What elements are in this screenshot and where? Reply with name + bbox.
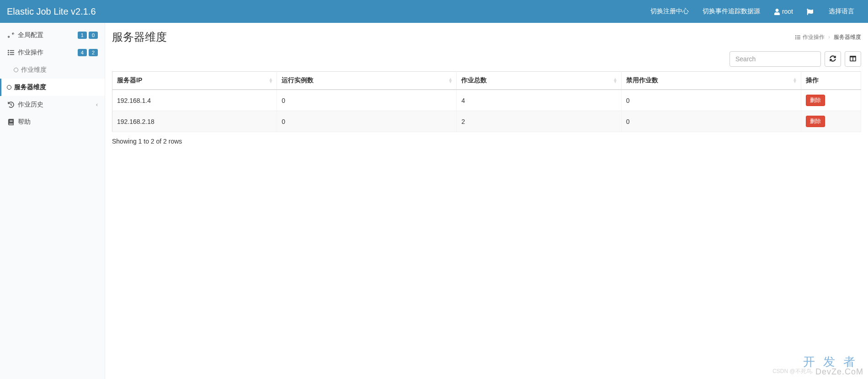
sidebar-item-label: 作业历史 xyxy=(18,101,43,109)
badge: 2 xyxy=(89,49,98,56)
badge: 1 xyxy=(78,32,87,39)
cell-total-jobs: 4 xyxy=(457,90,621,111)
refresh-icon xyxy=(830,55,836,63)
cell-server-ip: 192.168.2.18 xyxy=(112,111,277,132)
breadcrumb-current: 服务器维度 xyxy=(834,33,861,41)
sidebar-item-label: 作业操作 xyxy=(18,48,43,57)
sidebar-item-label: 服务器维度 xyxy=(14,83,46,91)
columns-icon xyxy=(850,55,856,63)
badges: 1 0 xyxy=(78,32,98,39)
pagination-info: Showing 1 to 2 of 2 rows xyxy=(112,138,861,145)
col-total-jobs[interactable]: 作业总数▲▼ xyxy=(457,72,621,90)
table-row: 192.168.1.4 0 4 0 删除 xyxy=(112,90,861,111)
app-logo: Elastic Job Lite v2.1.6 xyxy=(7,6,105,17)
gears-icon xyxy=(7,32,15,38)
breadcrumb: 作业操作 › 服务器维度 xyxy=(795,33,861,41)
list-icon xyxy=(7,49,15,56)
main-container: 全局配置 1 0 作业操作 4 2 作业维度 服务器维度 xyxy=(0,23,868,379)
watermark-line3: CSDN @不死鸟. xyxy=(772,368,813,375)
content-area: 服务器维度 作业操作 › 服务器维度 xyxy=(105,23,868,379)
delete-button[interactable]: 删除 xyxy=(806,95,825,106)
cell-disabled-jobs: 0 xyxy=(621,111,801,132)
sort-icon: ▲▼ xyxy=(448,78,453,83)
table-toolbar xyxy=(112,51,861,67)
nav-language[interactable]: 选择语言 xyxy=(822,0,861,23)
app-header: Elastic Job Lite v2.1.6 切换注册中心 切换事件追踪数据源… xyxy=(0,0,868,23)
sidebar-item-label: 帮助 xyxy=(18,118,31,126)
col-actions: 操作 xyxy=(801,72,861,90)
badges: 4 2 xyxy=(78,49,98,56)
col-disabled-jobs[interactable]: 禁用作业数▲▼ xyxy=(621,72,801,90)
cell-total-jobs: 2 xyxy=(457,111,621,132)
header-nav: 切换注册中心 切换事件追踪数据源 root 选择语言 xyxy=(644,0,861,23)
nav-user-label: root xyxy=(782,8,793,15)
refresh-button[interactable] xyxy=(825,51,841,67)
table-row: 192.168.2.18 0 2 0 删除 xyxy=(112,111,861,132)
sort-icon: ▲▼ xyxy=(613,78,618,83)
chevron-left-icon: ‹ xyxy=(96,101,98,108)
page-title: 服务器维度 xyxy=(112,30,167,44)
server-table: 服务器IP▲▼ 运行实例数▲▼ 作业总数▲▼ 禁用作业数▲▼ 操作 192.16… xyxy=(112,71,861,132)
book-icon xyxy=(7,119,15,125)
nav-flag[interactable] xyxy=(800,0,822,23)
flag-icon xyxy=(807,8,815,15)
delete-button[interactable]: 删除 xyxy=(806,116,825,127)
sidebar-job-history[interactable]: 作业历史 ‹ xyxy=(0,96,105,113)
nav-switch-event-source[interactable]: 切换事件追踪数据源 xyxy=(696,0,767,23)
columns-button[interactable] xyxy=(845,51,861,67)
nav-user[interactable]: root xyxy=(767,0,800,23)
cell-server-ip: 192.168.1.4 xyxy=(112,90,277,111)
circle-icon xyxy=(14,68,18,72)
list-icon xyxy=(795,34,803,40)
sidebar-item-label: 全局配置 xyxy=(18,31,43,39)
sidebar-global-config[interactable]: 全局配置 1 0 xyxy=(0,27,105,44)
content-header: 服务器维度 作业操作 › 服务器维度 xyxy=(112,30,861,44)
cell-running-instances: 0 xyxy=(277,90,457,111)
sidebar-job-dimension[interactable]: 作业维度 xyxy=(0,61,105,79)
history-icon xyxy=(7,101,15,108)
sidebar: 全局配置 1 0 作业操作 4 2 作业维度 服务器维度 xyxy=(0,23,105,379)
breadcrumb-separator: › xyxy=(828,34,830,40)
sidebar-server-dimension[interactable]: 服务器维度 xyxy=(0,79,105,96)
cell-running-instances: 0 xyxy=(277,111,457,132)
badge: 0 xyxy=(89,32,98,39)
sidebar-item-label: 作业维度 xyxy=(21,66,47,74)
breadcrumb-parent[interactable]: 作业操作 xyxy=(795,33,825,41)
badge: 4 xyxy=(78,49,87,56)
search-input[interactable] xyxy=(730,51,821,67)
col-server-ip[interactable]: 服务器IP▲▼ xyxy=(112,72,277,90)
cell-disabled-jobs: 0 xyxy=(621,90,801,111)
sort-icon: ▲▼ xyxy=(268,78,273,83)
nav-switch-registry[interactable]: 切换注册中心 xyxy=(644,0,696,23)
sidebar-help[interactable]: 帮助 xyxy=(0,113,105,131)
circle-icon xyxy=(7,85,11,90)
sidebar-job-ops[interactable]: 作业操作 4 2 xyxy=(0,44,105,61)
user-icon xyxy=(774,8,782,15)
col-running-instances[interactable]: 运行实例数▲▼ xyxy=(277,72,457,90)
sort-icon: ▲▼ xyxy=(793,78,797,83)
